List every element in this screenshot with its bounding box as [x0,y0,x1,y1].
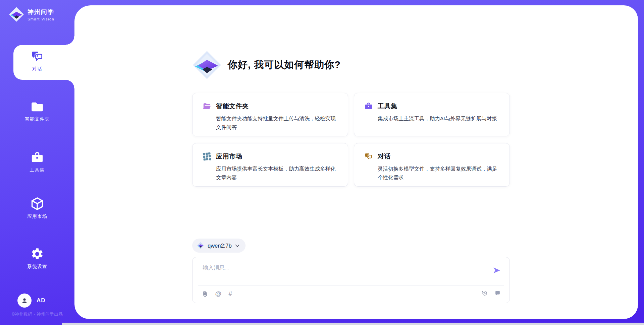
tab-fillet-top [66,36,74,45]
bottom-scrollbar-track[interactable] [62,323,644,325]
person-icon [20,297,29,305]
history-button[interactable] [481,290,488,297]
message-input[interactable] [203,264,478,280]
card-app-market[interactable]: 应用市场 应用市场提供丰富长文本模板，助力高效生成多样化文章内容 [192,143,348,187]
user-profile[interactable]: AD [17,294,46,308]
sidebar-item-label: 对话 [32,66,42,72]
greeting-block: 你好, 我可以如何帮助你? [192,50,341,80]
chevron-down-icon [235,244,239,247]
app-root: { "app": { "name": "神州问学", "subtitle": "… [0,0,644,325]
cube-icon [30,197,45,210]
app-logo: 神州问学 Smart Vision [9,7,54,22]
greeting-title: 你好, 我可以如何帮助你? [228,58,341,72]
avatar [17,294,32,308]
app-grid-icon [203,152,211,161]
paperclip-icon [202,290,208,298]
brand-diamond-logo [192,50,222,80]
chat-bubbles-icon [364,152,373,161]
hashtag-button[interactable]: # [228,290,232,298]
send-icon [493,266,501,274]
model-name: qwen2:7b [208,243,232,249]
send-button[interactable] [493,266,501,275]
brand-diamond-icon [9,7,24,22]
briefcase-icon [31,151,44,164]
feature-cards: 智能文件夹 智能文件夹功能支持批量文件上传与清洗，轻松实现文件问答 工具集 集成… [192,93,510,187]
sidebar-item-label: 智能文件夹 [25,116,50,122]
composer-divider [198,285,504,286]
sidebar-footer: ©神州数码 · 神州问学出品 [0,312,74,317]
model-logo-icon [197,242,204,249]
briefcase-icon [364,102,373,111]
sidebar-item-chat[interactable]: 对话 [0,50,74,72]
app-name: 神州问学 [28,8,54,16]
card-title: 智能文件夹 [216,102,249,111]
history-icon [481,290,488,297]
composer-tools-right [481,290,501,297]
sidebar-item-app-market[interactable]: 应用市场 [0,197,74,219]
card-chat[interactable]: 对话 灵活切换多模型文件，支持多样回复效果调试，满足个性化需求 [354,143,510,187]
model-selector[interactable]: qwen2:7b [192,239,246,253]
folder-open-icon [203,102,211,111]
chat-icon [31,50,44,63]
card-toolset[interactable]: 工具集 集成市场上主流工具，助力AI与外界无缝扩展与对接 [354,93,510,136]
card-description: 智能文件夹功能支持批量文件上传与清洗，轻松实现文件问答 [203,114,338,132]
sidebar-item-label: 工具集 [30,167,45,173]
card-title: 工具集 [378,102,397,111]
sidebar-item-settings[interactable]: 系统设置 [0,247,74,270]
card-description: 灵活切换多模型文件，支持多样回复效果调试，满足个性化需求 [364,165,500,182]
message-composer: @ # [192,257,510,303]
chat-bubble-icon [494,290,501,297]
sidebar-item-label: 系统设置 [27,264,47,270]
user-initials: AD [37,297,46,304]
attach-file-button[interactable] [202,290,208,298]
card-title: 对话 [378,152,391,161]
mention-button[interactable]: @ [215,290,221,298]
sidebar-item-toolset[interactable]: 工具集 [0,151,74,173]
card-title: 应用市场 [216,152,242,161]
app-subtitle: Smart Vision [28,17,54,21]
main-panel: 你好, 我可以如何帮助你? 智能文件夹 智能文件夹功能支持批量文件上传与清洗，轻… [74,5,638,319]
folder-icon [30,100,44,113]
card-description: 集成市场上主流工具，助力AI与外界无缝扩展与对接 [364,114,500,123]
card-description: 应用市场提供丰富长文本模板，助力高效生成多样化文章内容 [203,165,338,182]
tab-fillet-bottom [66,80,74,88]
feedback-button[interactable] [494,290,501,297]
gear-icon [31,247,44,261]
sidebar-item-smart-folder[interactable]: 智能文件夹 [0,100,74,122]
sidebar-item-label: 应用市场 [27,213,47,219]
composer-tools-left: @ # [202,290,232,298]
card-smart-folder[interactable]: 智能文件夹 智能文件夹功能支持批量文件上传与清洗，轻松实现文件问答 [192,93,348,136]
